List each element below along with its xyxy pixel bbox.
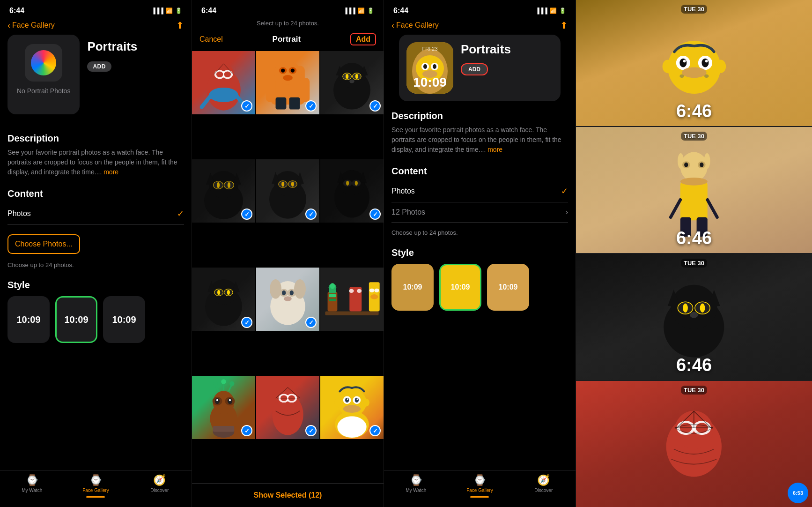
scroll-content-3: FRI 23 10:09 Portraits ADD Description S… (384, 35, 576, 470)
photos-count-row[interactable]: 12 Photos › (391, 202, 568, 223)
gallery-item-cat[interactable]: TUE 30 6:46 (576, 254, 812, 380)
description-title-1: Description (7, 133, 184, 144)
gallery-spock-top: TUE 30 (576, 132, 812, 141)
watch-style-3-1[interactable]: 10:09 (391, 264, 434, 311)
svg-point-78 (330, 283, 335, 289)
svg-point-5 (224, 72, 231, 77)
add-badge-1[interactable]: ADD (87, 61, 111, 72)
photo-cell-3[interactable]: ✓ (320, 51, 384, 114)
watch-date-overlay: FRI 23 (406, 46, 453, 52)
photo-cell-6[interactable]: ✓ (320, 159, 384, 223)
battery-icon-2: 🔋 (367, 7, 374, 14)
watch-style-3-2[interactable]: 10:09 (439, 264, 481, 311)
more-link-3[interactable]: more (487, 146, 502, 153)
portrait-header-1: No Portrait Photos Portraits ADD (7, 35, 184, 126)
style-watches-1: 10:09 10:09 10:09 (7, 296, 184, 343)
choose-photos-container-1: Choose Photos... Choose up to 24 photos. (7, 230, 184, 268)
svg-rect-76 (329, 298, 336, 301)
description-text-1: See your favorite portrait photos as a w… (7, 148, 184, 177)
share-icon-3[interactable]: ⬆ (560, 20, 568, 31)
svg-point-123 (334, 399, 340, 407)
tab-my-watch-3[interactable]: ⌚ My Watch (384, 474, 448, 498)
photos-count-label: 12 Photos (391, 208, 425, 216)
svg-point-120 (347, 398, 348, 400)
content-section-3: Content Photos ✓ 12 Photos › Choose up t… (391, 166, 568, 236)
tab-discover-label-1: Discover (150, 488, 169, 493)
gallery-item-spiderman[interactable]: TUE 30 6:53 (576, 381, 812, 507)
content-title-3: Content (391, 166, 568, 177)
nav-back-label-1: Face Gallery (12, 21, 55, 30)
svg-point-86 (374, 289, 379, 292)
gallery-spiderman-day: TUE 30 (681, 386, 707, 395)
watch-style-3-3[interactable]: 10:09 (487, 264, 529, 311)
photo-cell-11[interactable]: ✓ (256, 376, 319, 439)
photo-cell-10[interactable]: ✓ (192, 376, 255, 439)
svg-point-97 (213, 381, 218, 386)
svg-point-138 (701, 59, 709, 67)
photo-cell-2[interactable]: ✓ (256, 51, 319, 114)
svg-point-40 (274, 171, 301, 196)
svg-point-137 (679, 59, 687, 67)
photo-cell-5[interactable]: ✓ (256, 159, 319, 223)
watch-face-preview: FRI 23 10:09 (406, 42, 453, 94)
watch-style-2[interactable]: 10:09 (55, 296, 97, 343)
svg-point-118 (345, 398, 349, 403)
svg-rect-13 (300, 78, 310, 102)
tab-face-gallery-3[interactable]: ⌚ Face Gallery (448, 474, 511, 498)
more-link-1[interactable]: more (103, 168, 118, 176)
gallery-spiderman-svg (617, 394, 771, 494)
share-icon-1[interactable]: ⬆ (176, 20, 184, 31)
watch-face-time: 10:09 (406, 75, 453, 90)
check-badge-4: ✓ (241, 209, 252, 220)
add-badge-3[interactable]: ADD (461, 63, 488, 75)
picker-cancel-button[interactable]: Cancel (199, 35, 223, 44)
svg-point-19 (283, 75, 293, 81)
tab-discover-1[interactable]: 🧭 Discover (128, 474, 192, 498)
content-title-1: Content (7, 188, 184, 199)
picker-add-button[interactable]: Add (350, 33, 376, 45)
svg-point-17 (281, 68, 285, 72)
photo-cell-1[interactable]: ✓ (192, 51, 255, 114)
status-time-2: 6:44 (201, 7, 216, 15)
svg-point-29 (355, 74, 358, 79)
watch-style-3[interactable]: 10:09 (103, 296, 145, 343)
photo-cell-7[interactable]: ✓ (192, 268, 255, 331)
nav-back-1[interactable]: ‹ Face Gallery (7, 21, 55, 30)
watch-style-1[interactable]: 10:09 (7, 296, 50, 343)
svg-point-81 (349, 289, 354, 293)
tab-face-gallery-1[interactable]: ⌚ Face Gallery (64, 474, 127, 498)
portrait-title-1: Portraits (87, 39, 137, 54)
svg-point-142 (662, 60, 673, 73)
svg-point-124 (363, 399, 369, 407)
photo-cell-4[interactable]: ✓ (192, 159, 255, 223)
gallery-homer-svg (612, 19, 777, 107)
no-portrait-text: No Portrait Photos (17, 87, 70, 95)
check-badge-6: ✓ (369, 209, 381, 220)
gallery-item-homer[interactable]: TUE 30 6:46 (576, 0, 812, 126)
photo-cell-8[interactable]: ✓ (256, 268, 319, 331)
gallery-item-spock[interactable]: TUE 30 6:46 (576, 127, 812, 253)
nav-back-3[interactable]: ‹ Face Gallery (391, 21, 439, 30)
chevron-right-icon: › (566, 208, 568, 216)
portrait-card-1: No Portrait Photos (7, 35, 80, 114)
svg-point-23 (338, 63, 365, 88)
svg-point-99 (221, 379, 226, 384)
tab-my-watch-1[interactable]: ⌚ My Watch (0, 474, 64, 498)
svg-rect-153 (680, 181, 708, 220)
svg-rect-75 (329, 294, 336, 297)
picker-title: Portrait (273, 35, 301, 44)
gallery-homer-day: TUE 30 (681, 5, 707, 14)
svg-point-30 (349, 79, 354, 83)
status-icons-3: ▐▐▐ 📶 🔋 (535, 7, 566, 14)
status-icons-1: ▐▐▐ 📶 🔋 (151, 7, 182, 14)
photo-cell-9[interactable] (320, 268, 384, 331)
tab-discover-3[interactable]: 🧭 Discover (512, 474, 576, 498)
photo-cell-12[interactable]: ✓ (320, 376, 384, 439)
svg-point-119 (355, 398, 359, 403)
svg-point-145 (704, 75, 709, 78)
choose-photos-button-1[interactable]: Choose Photos... (7, 234, 80, 254)
show-selected-button[interactable]: Show Selected (12) (254, 491, 322, 499)
svg-point-121 (356, 398, 358, 400)
svg-point-54 (355, 181, 358, 186)
svg-point-14 (274, 61, 301, 85)
